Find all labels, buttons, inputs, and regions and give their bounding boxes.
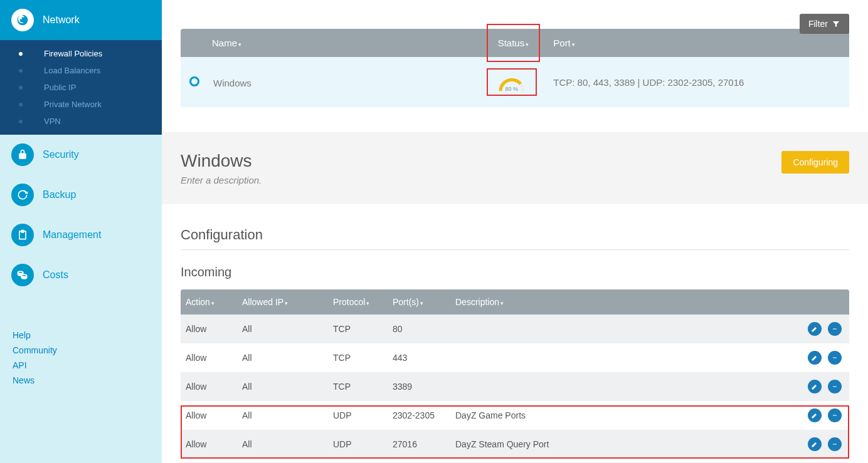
svg-rect-10	[833, 444, 837, 445]
rule-description	[450, 343, 793, 372]
rule-action: Allow	[181, 315, 237, 343]
rule-protocol: UDP	[328, 430, 388, 459]
configuration-heading: Configuration	[181, 227, 849, 250]
policy-name: Windows	[213, 78, 251, 88]
svg-rect-4	[833, 358, 837, 358]
rule-action: Allow	[181, 430, 237, 459]
detail-description[interactable]: Enter a description.	[181, 175, 849, 185]
sidebar-item-loadbalancers[interactable]: Load Balancers	[0, 62, 162, 79]
incoming-heading: Incoming	[181, 265, 849, 283]
progress-text: 80 %	[497, 86, 527, 92]
clipboard-icon	[11, 224, 34, 246]
rule-protocol: UDP	[328, 401, 388, 430]
progress-gauge: 80 %	[497, 76, 527, 92]
remove-button[interactable]	[828, 437, 842, 451]
rule-row: AllowAllUDP2302-2305DayZ Game Ports	[181, 401, 849, 430]
rule-ports: 2302-2305	[388, 401, 450, 430]
detail-title: Windows	[181, 151, 849, 171]
policies-table: Name▾ Status▾ Port▾ Windows 80 % TCP: 80…	[181, 29, 849, 107]
sidebar: Network Firewall Policies Load Balancers…	[0, 0, 162, 463]
nav-network[interactable]: Network	[0, 0, 162, 40]
sidebar-item-firewall[interactable]: Firewall Policies	[0, 45, 162, 62]
nav-costs-label: Costs	[43, 269, 68, 281]
backup-icon	[11, 184, 34, 206]
sidebar-item-vpn[interactable]: VPN	[0, 113, 162, 130]
rule-description: DayZ Steam Query Port	[450, 430, 793, 459]
remove-button[interactable]	[828, 380, 842, 393]
rule-ip: All	[237, 372, 328, 401]
edit-button[interactable]	[808, 351, 822, 365]
edit-button[interactable]	[808, 408, 822, 422]
footer-help[interactable]: Help	[13, 328, 57, 343]
coins-icon	[11, 264, 34, 286]
col-allowed-ip[interactable]: Allowed IP▾	[237, 289, 328, 315]
remove-button[interactable]	[828, 322, 842, 336]
rule-ports: 27016	[388, 430, 450, 459]
policy-row[interactable]: Windows 80 % TCP: 80, 443, 3389 | UDP: 2…	[181, 57, 849, 107]
rule-protocol: TCP	[328, 343, 388, 372]
col-status[interactable]: Status▾	[482, 29, 549, 57]
rule-ip: All	[237, 315, 328, 343]
col-protocol[interactable]: Protocol▾	[328, 289, 388, 315]
edit-button[interactable]	[808, 380, 822, 393]
footer-api[interactable]: API	[13, 358, 57, 373]
rule-description	[450, 315, 793, 343]
remove-button[interactable]	[828, 408, 842, 422]
rule-row: AllowAllTCP3389	[181, 372, 849, 401]
lock-icon	[11, 143, 34, 166]
nav-management-label: Management	[43, 229, 101, 241]
col-description[interactable]: Description▾	[450, 289, 793, 315]
rule-action: Allow	[181, 343, 237, 372]
filter-button[interactable]: Filter	[800, 14, 849, 34]
remove-button[interactable]	[828, 351, 842, 365]
rule-protocol: TCP	[328, 372, 388, 401]
rule-action: Allow	[181, 401, 237, 430]
footer-links: Help Community API News	[13, 328, 57, 388]
nav-security-label: Security	[43, 149, 79, 160]
rule-row: AllowAllTCP80	[181, 315, 849, 343]
main-content: Filter Name▾ Status▾ Port▾ Windows 80 % …	[162, 29, 868, 463]
radio-icon[interactable]	[189, 76, 199, 86]
svg-rect-8	[833, 415, 837, 416]
rule-description: DayZ Game Ports	[450, 401, 793, 430]
filter-icon	[832, 19, 840, 28]
footer-community[interactable]: Community	[13, 343, 57, 358]
edit-button[interactable]	[808, 437, 822, 451]
nav-costs[interactable]: Costs	[0, 255, 162, 295]
nav-management[interactable]: Management	[0, 215, 162, 255]
edit-button[interactable]	[808, 322, 822, 336]
nav-security[interactable]: Security	[0, 135, 162, 175]
svg-rect-6	[833, 387, 837, 387]
rules-table: Action▾ Allowed IP▾ Protocol▾ Port(s)▾ D…	[181, 289, 849, 459]
nav-backup[interactable]: Backup	[0, 175, 162, 215]
sidebar-item-privatenet[interactable]: Private Network	[0, 96, 162, 113]
detail-header: Windows Enter a description. Configuring	[162, 132, 868, 204]
nav-network-label: Network	[43, 14, 80, 26]
rule-row: AllowAllTCP443	[181, 343, 849, 372]
rule-action: Allow	[181, 372, 237, 401]
svg-rect-2	[833, 329, 837, 330]
rule-ports: 80	[388, 315, 450, 343]
rule-ip: All	[237, 343, 328, 372]
footer-news[interactable]: News	[13, 373, 57, 388]
col-action[interactable]: Action▾	[181, 289, 237, 315]
sidebar-item-publicip[interactable]: Public IP	[0, 79, 162, 96]
col-ports[interactable]: Port(s)▾	[388, 289, 450, 315]
rule-ip: All	[237, 430, 328, 459]
rule-row: AllowAllUDP27016DayZ Steam Query Port	[181, 430, 849, 459]
policy-ports: TCP: 80, 443, 3389 | UDP: 2302-2305, 270…	[548, 57, 849, 107]
col-name[interactable]: Name▾	[181, 29, 482, 57]
network-submenu: Firewall Policies Load Balancers Public …	[0, 40, 162, 135]
sort-caret-icon: ▾	[526, 41, 529, 48]
network-icon	[11, 9, 34, 31]
status-badge: Configuring	[781, 151, 849, 174]
rule-ip: All	[237, 401, 328, 430]
rule-description	[450, 372, 793, 401]
nav-backup-label: Backup	[43, 189, 76, 200]
rule-ports: 443	[388, 343, 450, 372]
sort-caret-icon: ▾	[572, 41, 575, 48]
rule-ports: 3389	[388, 372, 450, 401]
rule-protocol: TCP	[328, 315, 388, 343]
sort-caret-icon: ▾	[238, 41, 241, 48]
